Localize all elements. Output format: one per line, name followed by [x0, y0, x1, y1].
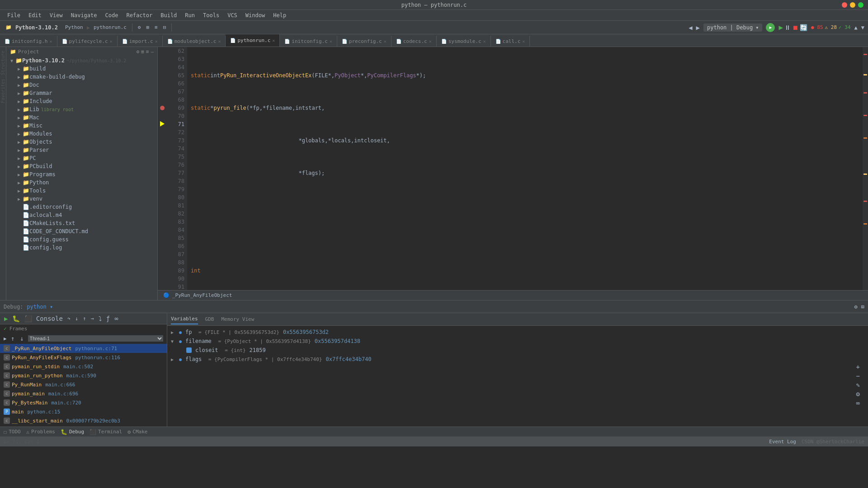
- event-log-label[interactable]: Event Log: [769, 439, 796, 445]
- close-tab-call[interactable]: ✕: [522, 39, 525, 44]
- sidebar-layout-icon[interactable]: ⊞: [141, 49, 144, 55]
- thread-dropdown[interactable]: Thread-1: [28, 335, 164, 342]
- run-button[interactable]: ▶: [766, 23, 775, 32]
- tree-item-lib[interactable]: ▶ 📁 Lib library root: [6, 105, 157, 113]
- bottom-tab-debug[interactable]: 🐛 Debug: [61, 429, 84, 435]
- close-tab-pythonrun[interactable]: ✕: [272, 38, 275, 43]
- minimize-btn[interactable]: [850, 2, 855, 8]
- step-up-frames[interactable]: ↑: [9, 334, 16, 343]
- frame-7[interactable]: P main python.c:15: [0, 407, 167, 416]
- tree-item-editorconfig[interactable]: 📄 .editorconfig: [6, 203, 157, 211]
- bottom-tab-problems[interactable]: ⚠ Problems: [26, 429, 55, 435]
- favorites-label[interactable]: Favorites: [0, 79, 5, 103]
- toolbar-config-file[interactable]: pythonrun.c: [92, 23, 128, 31]
- close-tab-initconfig-c[interactable]: ✕: [330, 39, 332, 44]
- tab-memory-view[interactable]: Memory View: [221, 314, 254, 324]
- sidebar-settings-icon[interactable]: ⚙: [137, 49, 140, 55]
- tab-codecs-c[interactable]: 📄 codecs.c ✕: [392, 36, 437, 47]
- resume-btn[interactable]: ▶: [778, 23, 783, 32]
- tree-item-aclocal[interactable]: 📄 aclocal.m4: [6, 211, 157, 219]
- tree-item-cmakelists[interactable]: 📄 CMakeLists.txt: [6, 219, 157, 227]
- menu-vcs[interactable]: VCS: [224, 11, 241, 19]
- menu-edit[interactable]: Edit: [25, 11, 45, 19]
- structure-label[interactable]: Structure: [0, 51, 5, 75]
- menu-view[interactable]: View: [46, 11, 66, 19]
- var-closeit[interactable]: closeit = {int} 21859: [167, 346, 868, 355]
- debug-layout-icon[interactable]: ⊞: [861, 304, 864, 310]
- var-filename[interactable]: ▼ ● filename = {PyObject * | 0x5563957d4…: [167, 337, 868, 346]
- tab-call-c[interactable]: 📄 call.c ✕: [491, 36, 530, 47]
- stop-btn[interactable]: ⏹: [792, 24, 798, 31]
- step-into-btn[interactable]: ↓: [74, 314, 80, 323]
- tree-item-python[interactable]: ▶ 📁 Python: [6, 178, 157, 187]
- close-tab-codecs[interactable]: ✕: [429, 39, 432, 44]
- tree-item-objects[interactable]: ▶ 📁 Objects: [6, 138, 157, 146]
- var-fp[interactable]: ▶ ● fp = {FILE * | 0x5563956753d2} 0x556…: [167, 328, 868, 337]
- tab-pythonrun-c[interactable]: 📄 pythonrun.c ✕: [226, 34, 280, 47]
- tree-item-build[interactable]: ▶ 📁 build: [6, 65, 157, 73]
- tree-item-modules[interactable]: ▶ 📁 Modules: [6, 130, 157, 138]
- navigate-back-btn[interactable]: ◀: [689, 24, 692, 31]
- navigate-fwd-btn[interactable]: ▶: [696, 24, 700, 31]
- menu-navigate[interactable]: Navigate: [67, 11, 101, 19]
- menu-help[interactable]: Help: [269, 11, 290, 19]
- thread-row[interactable]: ✓ Frames: [0, 324, 167, 333]
- close-tab-moduleobject[interactable]: ✕: [218, 39, 221, 44]
- vars-edit-btn[interactable]: ✎: [856, 381, 860, 389]
- breakpoint-area[interactable]: [158, 47, 167, 290]
- code-content[interactable]: static int PyRun_InteractiveOneObjectEx(…: [187, 47, 863, 290]
- tree-item-misc[interactable]: ▶ 📁 Misc: [6, 122, 157, 130]
- var-flags[interactable]: ▶ ● flags = {PyCompilerFlags * | 0x7ffc4…: [167, 355, 868, 364]
- tab-initconfig-c[interactable]: 📄 initconfig.c ✕: [280, 36, 337, 47]
- tab-pylifecycle-c[interactable]: 📄 pylifecycle.c ✕: [57, 36, 118, 47]
- menu-refactor[interactable]: Refactor: [123, 11, 156, 19]
- toolbar-settings-btn[interactable]: ⚙: [136, 23, 143, 31]
- bottom-tab-todo[interactable]: ☐ TODO: [4, 429, 21, 435]
- menu-run[interactable]: Run: [181, 11, 198, 19]
- toolbar-module[interactable]: Python: [63, 23, 85, 31]
- tree-item-pc[interactable]: ▶ 📁 PC: [6, 154, 157, 162]
- frame-0[interactable]: c _PyRun_AnyFileObject pythonrun.c:71: [0, 344, 167, 353]
- sidebar-sort-icon[interactable]: ≡: [146, 49, 149, 55]
- run-config-dropdown[interactable]: ▾: [755, 24, 759, 31]
- step-over-btn[interactable]: ↷: [66, 314, 72, 323]
- close-tab-preconfig[interactable]: ✕: [384, 39, 387, 44]
- tree-root[interactable]: ▼ 📁 Python-3.10.2 ~/python/Python-3.10.2: [6, 56, 157, 65]
- tree-item-cmake-build-debug[interactable]: ▶ 📁 cmake-build-debug: [6, 73, 157, 81]
- tab-initconfig-h[interactable]: 📄 initconfig.h ✕: [0, 36, 57, 47]
- resume-debug-btn[interactable]: ▶: [3, 314, 9, 323]
- menu-build[interactable]: Build: [157, 11, 180, 19]
- frame-4[interactable]: c Py_RunMain main.c:666: [0, 380, 167, 389]
- debug-tab-console[interactable]: ⬛ Console: [23, 314, 64, 323]
- pause-btn[interactable]: ⏸: [784, 24, 791, 31]
- bottom-tab-cmake[interactable]: ⚙ CMake: [127, 429, 147, 435]
- expand-btn[interactable]: ▲: [854, 24, 858, 31]
- close-tab-import[interactable]: ✕: [155, 39, 158, 44]
- frame-2[interactable]: c pymain_run_stdin main.c:502: [0, 362, 167, 371]
- tree-item-pcbuild[interactable]: ▶ 📁 PCbuild: [6, 162, 157, 170]
- toolbar-collapse-btn[interactable]: ⊟: [161, 23, 168, 31]
- tab-moduleobject-c[interactable]: 📄 moduleobject.c ✕: [163, 36, 226, 47]
- step-down-frames[interactable]: ↓: [19, 334, 25, 343]
- toolbar-sort-btn[interactable]: ≡: [153, 23, 160, 31]
- tree-item-parser[interactable]: ▶ 📁 Parser: [6, 146, 157, 154]
- tab-variables[interactable]: Variables: [171, 314, 198, 324]
- step-forward-btn[interactable]: →: [90, 314, 95, 323]
- vars-remove-btn[interactable]: −: [856, 372, 860, 380]
- tree-item-venv[interactable]: ▶ 📁 venv: [6, 195, 157, 203]
- bottom-tab-terminal[interactable]: ⬛ Terminal: [90, 429, 122, 435]
- close-btn[interactable]: [842, 2, 847, 8]
- tree-item-config-log[interactable]: 📄 config.log: [6, 244, 157, 252]
- close-tab-initconfig-h[interactable]: ✕: [49, 39, 52, 44]
- collapse-right-btn[interactable]: ▼: [861, 24, 864, 31]
- close-tab-pylifecycle[interactable]: ✕: [110, 39, 113, 44]
- tree-item-programs[interactable]: ▶ 📁 Programs: [6, 170, 157, 178]
- debug-settings-icon[interactable]: ⚙: [854, 304, 858, 310]
- step-out-btn[interactable]: ↑: [81, 314, 87, 323]
- tree-item-mac[interactable]: ▶ 📁 Mac: [6, 113, 157, 122]
- editor-scroll-track[interactable]: [863, 47, 868, 290]
- tree-item-grammar[interactable]: ▶ 📁 Grammar: [6, 89, 157, 97]
- tree-item-tools[interactable]: ▶ 📁 Tools: [6, 187, 157, 195]
- vars-add-btn[interactable]: +: [856, 363, 860, 371]
- frame-1[interactable]: c PyRun_AnyFileExFlags pythonrun.c:116: [0, 353, 167, 362]
